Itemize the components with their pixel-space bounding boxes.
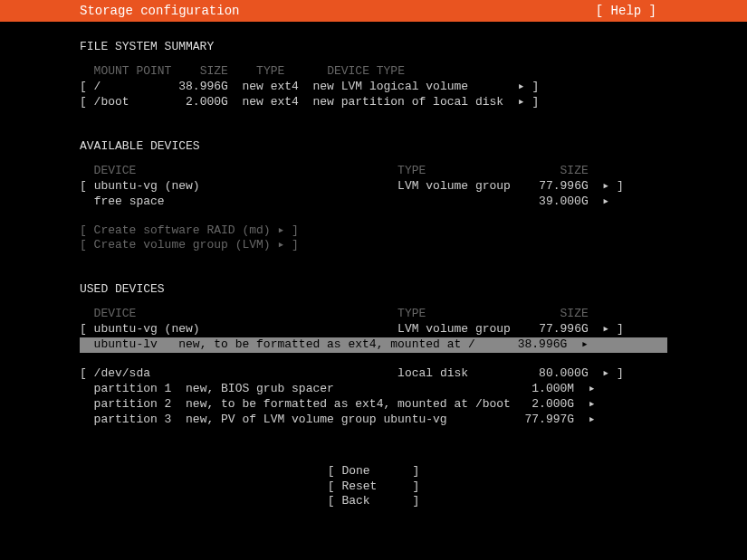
chevron-right-icon: ▸ — [589, 382, 609, 395]
device-row[interactable]: partition 1 new, BIOS grub spacer 1.000M… — [80, 382, 667, 397]
chevron-right-icon: ▸ ] — [602, 179, 623, 193]
device-row[interactable]: [ ubuntu-vg (new) LVM volume group 77.99… — [80, 179, 667, 195]
action-buttons: [ Done ] [ Reset ] [ Back ] — [80, 464, 667, 510]
fs-row[interactable]: [ /boot 2.000G new ext4 new partition of… — [80, 95, 667, 110]
fs-row[interactable]: [ / 38.996G new ext4 new LVM logical vol… — [80, 80, 667, 95]
device-row[interactable]: partition 3 new, PV of LVM volume group … — [80, 413, 667, 428]
available-devices-headers: DEVICE TYPE SIZE — [80, 164, 667, 177]
reset-button[interactable]: [ Reset ] — [80, 479, 667, 495]
chevron-right-icon: ▸ ] — [602, 366, 623, 380]
available-devices-section: AVAILABLE DEVICES DEVICE TYPE SIZE [ ubu… — [80, 139, 667, 254]
device-row[interactable]: partition 2 new, to be formatted as ext4… — [80, 397, 667, 413]
fs-summary-headers: MOUNT POINT SIZE TYPE DEVICE TYPE — [80, 64, 667, 78]
device-row-selected[interactable]: ubuntu-lv new, to be formatted as ext4, … — [80, 337, 667, 353]
back-button[interactable]: [ Back ] — [80, 494, 667, 509]
chevron-right-icon: ▸ — [589, 413, 609, 426]
available-devices-title: AVAILABLE DEVICES — [80, 139, 667, 153]
used-devices-section: USED DEVICES DEVICE TYPE SIZE [ ubuntu-v… — [80, 282, 667, 427]
help-button[interactable]: [ Help ] — [596, 4, 747, 18]
create-raid-action[interactable]: [ Create software RAID (md) ▸ ] — [80, 223, 667, 239]
used-devices-headers: DEVICE TYPE SIZE — [80, 307, 667, 320]
fs-summary-title: FILE SYSTEM SUMMARY — [80, 40, 667, 53]
main-content: FILE SYSTEM SUMMARY MOUNT POINT SIZE TYP… — [0, 22, 747, 509]
chevron-right-icon: ▸ ] — [518, 80, 539, 93]
chevron-right-icon: ▸ ] — [518, 95, 539, 109]
chevron-right-icon: ▸ — [589, 397, 609, 411]
done-button[interactable]: [ Done ] — [80, 464, 667, 479]
device-row[interactable]: [ /dev/sda local disk 80.000G ▸ ] — [80, 366, 667, 382]
device-row[interactable]: [ ubuntu-vg (new) LVM volume group 77.99… — [80, 322, 667, 337]
file-system-summary-section: FILE SYSTEM SUMMARY MOUNT POINT SIZE TYP… — [80, 40, 667, 110]
page-title: Storage configuration — [0, 4, 239, 18]
create-volume-group-action[interactable]: [ Create volume group (LVM) ▸ ] — [80, 238, 667, 253]
header-bar: Storage configuration [ Help ] — [0, 0, 747, 22]
chevron-right-icon: ▸ ] — [602, 322, 623, 336]
chevron-right-icon: ▸ — [602, 195, 609, 208]
chevron-right-icon: ▸ — [581, 337, 602, 351]
used-devices-title: USED DEVICES — [80, 282, 667, 296]
device-row[interactable]: free space 39.000G ▸ — [80, 195, 667, 210]
